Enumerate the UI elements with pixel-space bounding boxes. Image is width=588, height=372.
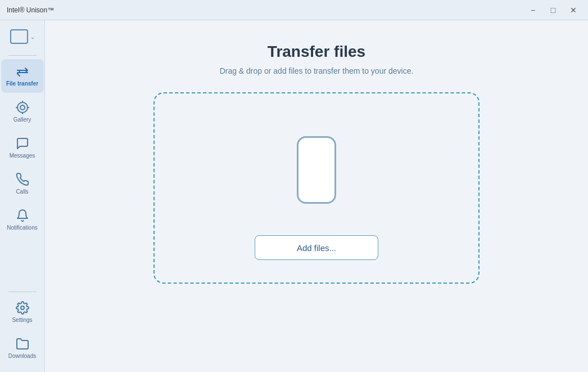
messages-icon bbox=[16, 137, 29, 150]
sidebar-item-messages[interactable]: Messages bbox=[1, 131, 44, 165]
minimize-button[interactable]: − bbox=[525, 5, 541, 16]
svg-point-3 bbox=[20, 105, 25, 110]
sidebar-item-notifications-label: Notifications bbox=[7, 225, 37, 231]
add-files-button[interactable]: Add files... bbox=[255, 235, 378, 260]
calls-icon bbox=[16, 173, 29, 186]
device-icon bbox=[10, 29, 28, 44]
file-transfer-icon bbox=[16, 65, 29, 78]
sidebar-item-downloads[interactable]: Downloads bbox=[1, 331, 44, 365]
notifications-icon bbox=[16, 209, 29, 222]
svg-point-8 bbox=[21, 306, 24, 310]
sidebar-item-calls[interactable]: Calls bbox=[1, 167, 44, 201]
downloads-icon bbox=[16, 337, 29, 351]
sidebar-divider-top bbox=[8, 55, 37, 56]
sidebar-divider-bottom bbox=[8, 292, 37, 292]
chevron-down-icon: ⌄ bbox=[30, 34, 35, 40]
sidebar: ⌄ File transfer Gallery bbox=[0, 20, 45, 372]
sidebar-item-notifications[interactable]: Notifications bbox=[1, 203, 44, 237]
app-title: Intel® Unison™ bbox=[7, 6, 54, 14]
sidebar-item-gallery-label: Gallery bbox=[13, 116, 31, 123]
app-body: ⌄ File transfer Gallery bbox=[0, 20, 588, 372]
svg-point-2 bbox=[17, 102, 28, 113]
sidebar-item-messages-label: Messages bbox=[10, 153, 35, 159]
drop-zone[interactable]: Add files... bbox=[153, 92, 480, 284]
sidebar-item-file-transfer-label: File transfer bbox=[6, 80, 38, 87]
close-button[interactable]: ✕ bbox=[566, 5, 581, 16]
phone-illustration bbox=[297, 116, 336, 224]
maximize-button[interactable]: □ bbox=[545, 5, 561, 16]
main-content: Transfer files Drag & drop or add files … bbox=[45, 20, 588, 372]
sidebar-item-gallery[interactable]: Gallery bbox=[1, 95, 44, 129]
phone-shape bbox=[297, 136, 336, 204]
sidebar-item-calls-label: Calls bbox=[16, 189, 28, 195]
sidebar-item-downloads-label: Downloads bbox=[8, 353, 36, 360]
sidebar-item-settings[interactable]: Settings bbox=[1, 295, 44, 329]
title-bar: Intel® Unison™ − □ ✕ bbox=[0, 0, 588, 20]
settings-icon bbox=[16, 301, 29, 315]
window-controls: − □ ✕ bbox=[525, 5, 581, 16]
page-title: Transfer files bbox=[268, 43, 365, 61]
gallery-icon bbox=[16, 101, 29, 114]
page-subtitle: Drag & drop or add files to transfer the… bbox=[220, 66, 414, 75]
sidebar-item-file-transfer[interactable]: File transfer bbox=[1, 59, 44, 93]
sidebar-item-settings-label: Settings bbox=[12, 317, 32, 324]
device-selector[interactable]: ⌄ bbox=[6, 26, 39, 47]
